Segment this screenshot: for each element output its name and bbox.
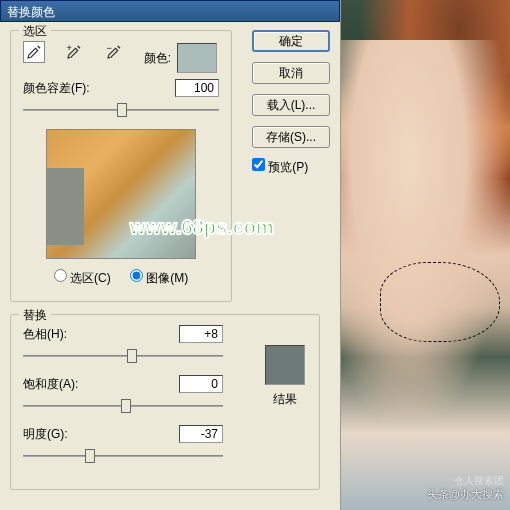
dialog-title: 替换颜色 — [7, 5, 55, 19]
hue-label: 色相(H): — [23, 326, 67, 343]
radio-image[interactable]: 图像(M) — [130, 271, 188, 285]
eyedropper-icon[interactable] — [23, 41, 45, 63]
color-label: 颜色: — [144, 50, 171, 67]
selection-legend: 选区 — [19, 23, 51, 40]
dialog-titlebar[interactable]: 替换颜色 — [0, 0, 340, 22]
watermark-bottom: 头条@办大搜索 — [427, 487, 504, 502]
color-row: 颜色: — [144, 43, 217, 73]
result-color-swatch[interactable] — [265, 345, 305, 385]
fuzziness-row: 颜色容差(F): — [23, 79, 219, 97]
save-button[interactable]: 存储(S)... — [252, 126, 330, 148]
lightness-slider[interactable] — [23, 447, 223, 465]
fuzziness-slider[interactable] — [23, 101, 219, 119]
saturation-label: 饱和度(A): — [23, 376, 78, 393]
cancel-button[interactable]: 取消 — [252, 62, 330, 84]
watermark-68ps: www.68ps.com — [130, 216, 274, 239]
radio-selection[interactable]: 选区(C) — [54, 271, 111, 285]
lightness-input[interactable] — [179, 425, 223, 443]
preview-checkbox-row[interactable]: 预览(P) — [252, 158, 330, 176]
saturation-slider[interactable] — [23, 397, 223, 415]
selection-fieldset: 选区 + − 颜色: 颜色容差(F): — [10, 30, 232, 302]
lightness-label: 明度(G): — [23, 426, 68, 443]
eyedropper-plus-icon[interactable]: + — [63, 41, 85, 63]
ok-button[interactable]: 确定 — [252, 30, 330, 52]
replace-legend: 替换 — [19, 307, 51, 324]
preview-thumbnail[interactable] — [46, 129, 196, 259]
result-label: 结果 — [273, 391, 297, 408]
fuzziness-label: 颜色容差(F): — [23, 80, 90, 97]
load-button[interactable]: 载入(L)... — [252, 94, 330, 116]
svg-text:−: − — [107, 43, 112, 53]
selection-color-swatch[interactable] — [177, 43, 217, 73]
marquee-selection[interactable] — [380, 262, 500, 342]
replace-color-dialog: 替换颜色 选区 + − 颜色: 颜色容差(F): — [0, 0, 341, 510]
watermark-small: 仓人搜索团 — [454, 474, 504, 488]
hue-slider[interactable] — [23, 347, 223, 365]
background-face — [341, 40, 510, 440]
preview-mode-radios: 选区(C) 图像(M) — [23, 269, 219, 287]
button-column: 确定 取消 载入(L)... 存储(S)... 预览(P) — [252, 30, 330, 176]
replace-fieldset: 替换 色相(H): 饱和度(A): 明度(G): — [10, 314, 320, 490]
hue-input[interactable] — [179, 325, 223, 343]
svg-text:+: + — [67, 43, 72, 53]
fuzziness-input[interactable] — [175, 79, 219, 97]
eyedropper-minus-icon[interactable]: − — [103, 41, 125, 63]
saturation-input[interactable] — [179, 375, 223, 393]
